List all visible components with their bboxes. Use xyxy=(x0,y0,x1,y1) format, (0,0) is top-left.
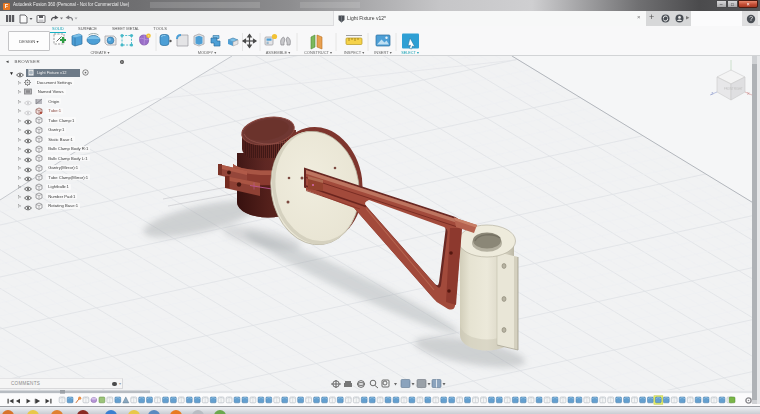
svg-text:RIGHT: RIGHT xyxy=(734,87,743,91)
svg-text:?: ? xyxy=(749,15,753,22)
svg-text:X: X xyxy=(747,91,750,96)
svg-text:FRONT: FRONT xyxy=(724,87,734,91)
